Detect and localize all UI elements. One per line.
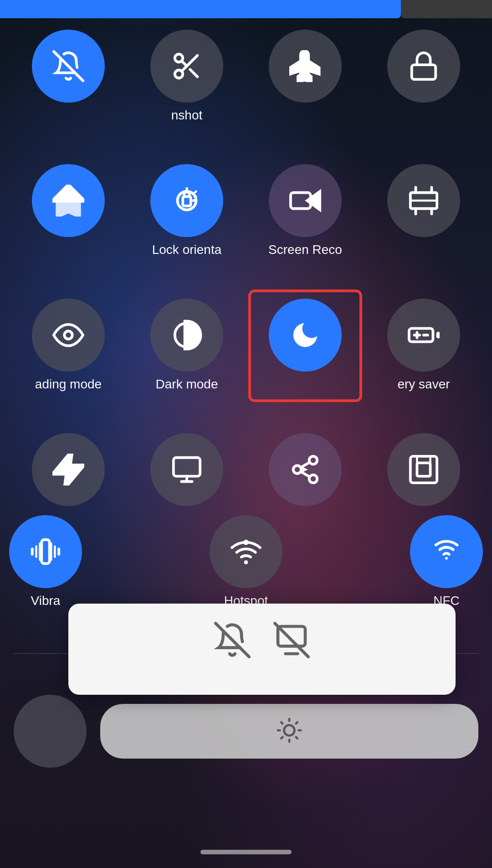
tile-ultra-battery[interactable] xyxy=(23,433,114,512)
half-circle-icon xyxy=(171,319,203,351)
tile-lock-orientation-label: Lock orienta xyxy=(152,243,222,257)
tile-row-5: Vibra Hotspot NFC xyxy=(0,515,492,608)
svg-point-47 xyxy=(284,725,295,736)
video-icon xyxy=(289,185,321,217)
svg-line-33 xyxy=(301,471,310,477)
tile-dark-mode[interactable]: Dark mode xyxy=(141,299,232,392)
svg-line-55 xyxy=(296,722,297,723)
share-icon xyxy=(289,454,321,486)
tile-hotspot[interactable]: Hotspot xyxy=(200,515,292,608)
tile-screenshot-label: nshot xyxy=(171,108,203,123)
tile-row-1: nshot xyxy=(0,30,492,123)
svg-rect-36 xyxy=(417,463,430,476)
svg-line-39 xyxy=(215,623,249,656)
tile-scanner[interactable] xyxy=(378,164,469,243)
tile-screen-record[interactable]: Screen Reco xyxy=(260,164,351,257)
svg-rect-43 xyxy=(41,540,50,564)
tile-vibrate[interactable]: Vibra xyxy=(9,515,82,608)
tile-floating-window[interactable] xyxy=(378,433,469,512)
svg-line-41 xyxy=(275,623,308,656)
svg-line-0 xyxy=(54,52,83,81)
scissors-icon xyxy=(171,50,203,82)
brightness-fill xyxy=(109,704,217,759)
lock-rotation-icon xyxy=(171,185,203,217)
svg-rect-35 xyxy=(410,456,437,483)
font-size-button[interactable] xyxy=(14,695,87,768)
svg-line-54 xyxy=(281,737,282,739)
location-icon xyxy=(52,185,84,217)
hotspot-icon xyxy=(230,536,262,568)
svg-rect-21 xyxy=(409,328,433,341)
tile-battery-saver[interactable]: ery saver xyxy=(378,299,469,392)
eye-icon xyxy=(52,319,84,351)
brightness-icon xyxy=(277,718,302,745)
tile-reading-mode[interactable]: ading mode xyxy=(23,299,114,392)
svg-marker-26 xyxy=(56,456,81,483)
svg-point-31 xyxy=(293,465,302,474)
tile-nfc[interactable]: NFC xyxy=(410,515,483,608)
svg-rect-27 xyxy=(174,458,200,476)
monitor-icon xyxy=(171,454,203,486)
tile-location[interactable] xyxy=(23,164,114,243)
dnd-tooltip xyxy=(68,604,456,695)
tile-screenshot[interactable]: nshot xyxy=(141,30,232,123)
top-bar-left xyxy=(0,0,401,18)
tile-mute[interactable] xyxy=(23,30,114,108)
svg-point-19 xyxy=(64,331,72,339)
tooltip-notification-slash-icon xyxy=(273,622,310,658)
tile-screen-record-label: Screen Reco xyxy=(268,243,342,257)
svg-line-51 xyxy=(296,737,297,739)
bolt-icon xyxy=(52,454,84,486)
svg-line-50 xyxy=(281,722,282,723)
tile-dark-mode-label: Dark mode xyxy=(156,377,218,392)
svg-rect-6 xyxy=(412,65,436,79)
tile-lock-orientation[interactable]: Lock orienta xyxy=(141,164,232,257)
floating-window-icon xyxy=(408,454,440,486)
svg-line-4 xyxy=(190,69,197,77)
plane-icon xyxy=(289,50,321,82)
svg-line-34 xyxy=(301,462,310,468)
lock-icon xyxy=(408,50,440,82)
tile-screen-lock[interactable] xyxy=(378,30,469,108)
svg-marker-12 xyxy=(311,194,320,207)
vibrate-icon xyxy=(30,536,62,568)
tile-vibrate-label: Vibra xyxy=(31,594,61,608)
brightness-slider[interactable] xyxy=(100,704,478,759)
controls-row xyxy=(14,695,478,768)
moon-icon xyxy=(289,319,321,351)
top-bar-right xyxy=(401,0,492,18)
battery-plus-icon xyxy=(408,319,440,351)
top-bar xyxy=(0,0,492,18)
tile-aeroplane[interactable] xyxy=(260,30,351,108)
tile-battery-saver-label: ery saver xyxy=(397,377,450,392)
svg-point-30 xyxy=(309,456,318,465)
svg-line-5 xyxy=(182,61,187,66)
tile-row-4 xyxy=(0,433,492,512)
tile-mi-share[interactable] xyxy=(260,433,351,512)
sun-icon xyxy=(277,718,302,743)
bell-slash-icon xyxy=(52,50,84,82)
tile-row-3: ading mode Dark mode xyxy=(0,299,492,392)
tile-cast[interactable] xyxy=(141,433,232,512)
svg-marker-8 xyxy=(59,199,78,214)
svg-rect-10 xyxy=(183,196,191,206)
tile-row-2: Lock orienta Screen Reco xyxy=(0,164,492,257)
svg-point-46 xyxy=(445,557,448,560)
scanner-icon xyxy=(408,185,440,217)
tile-reading-mode-label: ading mode xyxy=(35,377,102,392)
tooltip-icons xyxy=(214,622,310,658)
nfc-icon xyxy=(430,536,462,568)
tooltip-bell-slash-icon xyxy=(214,622,251,658)
tile-dnd-wrapper[interactable] xyxy=(260,299,351,377)
home-indicator xyxy=(200,850,292,854)
svg-point-32 xyxy=(309,475,318,483)
